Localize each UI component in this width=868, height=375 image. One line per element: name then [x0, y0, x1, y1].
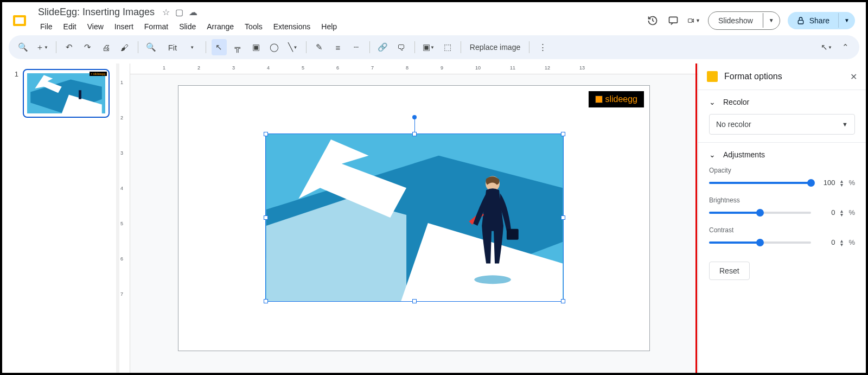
adjustments-section-toggle[interactable]: ⌄ Adjustments — [709, 150, 855, 159]
svg-point-19 — [474, 275, 511, 284]
search-menus-icon[interactable]: 🔍 — [15, 39, 30, 55]
ruler-horizontal: 12345678910111213 — [130, 63, 698, 74]
menu-extensions[interactable]: Extensions — [269, 20, 315, 33]
slideshow-button[interactable]: Slideshow — [709, 12, 763, 29]
svg-rect-2 — [669, 17, 678, 23]
svg-rect-5 — [798, 20, 803, 24]
slideshow-dropdown[interactable]: ▼ — [763, 13, 780, 28]
history-icon[interactable] — [646, 14, 659, 27]
opacity-stepper[interactable]: ▴▾ — [840, 179, 843, 187]
meet-icon[interactable]: ▼ — [687, 14, 700, 27]
brightness-value[interactable]: 0 — [816, 208, 835, 217]
mask-icon[interactable]: ⬚ — [440, 39, 455, 55]
filmstrip: 1▪ slideegg — [2, 63, 116, 373]
opacity-value[interactable]: 100 — [816, 179, 835, 187]
svg-rect-18 — [507, 229, 519, 240]
contrast-label: Contrast — [709, 226, 855, 234]
cloud-icon[interactable]: ☁ — [189, 7, 197, 17]
line-icon[interactable]: ╲▼ — [285, 39, 301, 55]
replace-image-button[interactable]: Replace image — [467, 43, 524, 52]
zoom-icon[interactable]: 🔍 — [144, 39, 159, 55]
move-icon[interactable]: ▢ — [175, 7, 183, 17]
redo-icon[interactable]: ↷ — [80, 39, 95, 55]
resize-handle[interactable] — [412, 132, 417, 136]
new-slide-icon[interactable]: ＋▼ — [34, 39, 50, 55]
menu-file[interactable]: File — [36, 20, 57, 33]
resize-handle[interactable] — [264, 299, 268, 303]
paint-format-icon[interactable]: 🖌 — [117, 39, 132, 55]
contrast-value[interactable]: 0 — [816, 238, 835, 246]
app-logo[interactable] — [9, 10, 30, 31]
border-dash-icon[interactable]: ┄ — [349, 39, 364, 55]
menu-edit[interactable]: Edit — [59, 20, 81, 33]
recolor-section-toggle[interactable]: ⌄ Recolor — [709, 98, 855, 106]
textbox-icon[interactable]: ╦ — [230, 39, 245, 55]
toolbar: 🔍 ＋▼ ↶ ↷ 🖨 🖌 🔍 Fit▼ ↖ ╦ ▣ ◯ ╲▼ ✎ ≡ ┄ 🔗 🗨… — [9, 35, 859, 59]
reset-button[interactable]: Reset — [709, 262, 750, 280]
hide-menus-icon[interactable]: ⌃ — [838, 39, 853, 55]
brightness-stepper[interactable]: ▴▾ — [840, 209, 843, 217]
opacity-label: Opacity — [709, 167, 855, 174]
format-options-panel: Format options ✕ ⌄ Recolor No recolor ▼ … — [698, 63, 866, 373]
chevron-down-icon: ▼ — [842, 121, 848, 128]
slide-canvas[interactable]: slideegg — [178, 85, 650, 351]
print-icon[interactable]: 🖨 — [99, 39, 114, 55]
close-icon[interactable]: ✕ — [850, 72, 857, 82]
menu-view[interactable]: View — [83, 20, 108, 33]
svg-rect-10 — [79, 90, 81, 99]
slide-number: 1 — [12, 69, 18, 118]
menu-slide[interactable]: Slide — [175, 20, 200, 33]
format-options-icon — [707, 71, 718, 82]
svg-marker-4 — [692, 19, 694, 22]
resize-handle[interactable] — [561, 132, 565, 136]
comment-add-icon[interactable]: 🗨 — [394, 39, 409, 55]
comment-icon[interactable] — [667, 14, 680, 27]
format-options-title: Format options — [724, 72, 844, 81]
share-label: Share — [809, 16, 829, 25]
slide-thumbnail[interactable]: ▪ slideegg — [23, 69, 110, 118]
menu-insert[interactable]: Insert — [110, 20, 138, 33]
border-color-icon[interactable]: ✎ — [312, 39, 327, 55]
doc-title[interactable]: SlideEgg: Inserting Images — [36, 5, 157, 19]
resize-handle[interactable] — [561, 215, 565, 220]
border-weight-icon[interactable]: ≡ — [330, 39, 346, 55]
resize-handle[interactable] — [561, 299, 565, 303]
svg-rect-3 — [688, 18, 692, 22]
star-icon[interactable]: ☆ — [162, 7, 170, 17]
undo-icon[interactable]: ↶ — [62, 39, 77, 55]
brightness-slider[interactable] — [709, 212, 811, 214]
menu-format[interactable]: Format — [140, 20, 173, 33]
pointer-mode-icon[interactable]: ↖▼ — [819, 39, 834, 55]
slideegg-logo: slideegg — [589, 91, 644, 107]
resize-handle[interactable] — [264, 215, 268, 220]
opacity-slider[interactable] — [709, 182, 811, 184]
crop-icon[interactable]: ▣▼ — [420, 39, 437, 55]
resize-handle[interactable] — [412, 299, 417, 303]
menu-help[interactable]: Help — [317, 20, 341, 33]
more-icon[interactable]: ⋮ — [535, 39, 550, 55]
select-tool-icon[interactable]: ↖ — [212, 39, 227, 55]
contrast-slider[interactable] — [709, 241, 811, 244]
link-icon[interactable]: 🔗 — [375, 39, 391, 55]
chevron-down-icon: ⌄ — [709, 150, 716, 159]
contrast-stepper[interactable]: ▴▾ — [840, 239, 843, 246]
image-icon[interactable]: ▣ — [248, 39, 264, 55]
brightness-label: Brightness — [709, 196, 855, 204]
share-button[interactable]: Share — [788, 12, 838, 29]
resize-handle[interactable] — [264, 132, 268, 136]
menu-arrange[interactable]: Arrange — [202, 20, 238, 33]
rotate-handle[interactable] — [412, 115, 417, 119]
share-dropdown[interactable]: ▼ — [838, 13, 855, 28]
shape-icon[interactable]: ◯ — [267, 39, 282, 55]
menu-tools[interactable]: Tools — [240, 20, 267, 33]
chevron-down-icon: ⌄ — [709, 98, 716, 106]
zoom-select[interactable]: Fit▼ — [162, 39, 200, 55]
selected-image[interactable] — [265, 134, 564, 302]
recolor-select[interactable]: No recolor ▼ — [709, 114, 855, 135]
svg-rect-1 — [15, 17, 24, 24]
ruler-vertical: 1234567 — [119, 63, 130, 373]
